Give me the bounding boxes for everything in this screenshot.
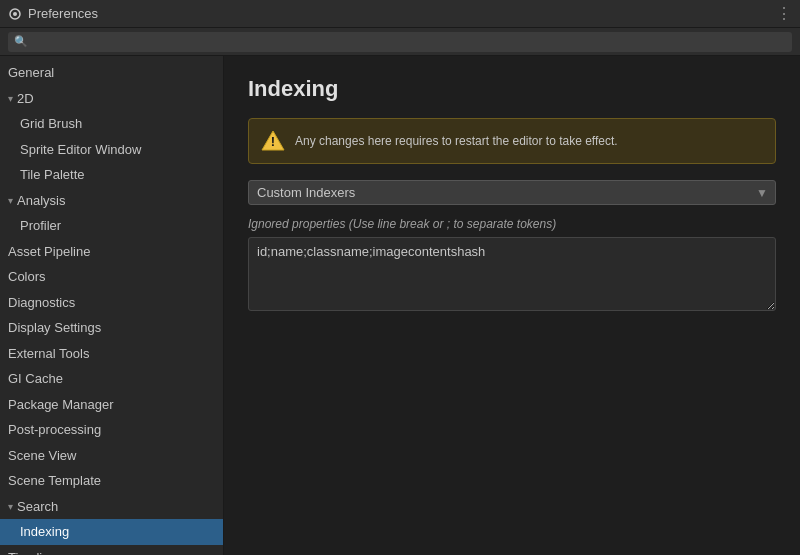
sidebar-item-scene-view[interactable]: Scene View [0, 443, 223, 469]
sidebar-label-package-manager: Package Manager [8, 395, 114, 415]
sidebar-label-external-tools: External Tools [8, 344, 89, 364]
sidebar-label-tile-palette: Tile Palette [20, 165, 85, 185]
menu-button[interactable]: ⋮ [776, 4, 792, 23]
warning-text: Any changes here requires to restart the… [295, 134, 618, 148]
page-title: Indexing [248, 76, 776, 102]
sidebar-item-profiler[interactable]: Profiler [0, 213, 223, 239]
sidebar-item-general[interactable]: General [0, 60, 223, 86]
sidebar-label-sprite-editor: Sprite Editor Window [20, 140, 141, 160]
sidebar-label-gi-cache: GI Cache [8, 369, 63, 389]
sidebar-label-profiler: Profiler [20, 216, 61, 236]
sidebar: General▾2DGrid BrushSprite Editor Window… [0, 56, 224, 555]
sidebar-label-colors: Colors [8, 267, 46, 287]
search-icon: 🔍 [14, 35, 28, 48]
sidebar-item-grid-brush[interactable]: Grid Brush [0, 111, 223, 137]
ignored-properties-label: Ignored properties (Use line break or ; … [248, 217, 776, 231]
main-layout: General▾2DGrid BrushSprite Editor Window… [0, 56, 800, 555]
svg-text:!: ! [271, 134, 275, 149]
sidebar-label-timeline: Timeline [8, 548, 57, 556]
sidebar-label-general: General [8, 63, 54, 83]
indexers-dropdown[interactable]: Custom Indexers [248, 180, 776, 205]
sidebar-item-gi-cache[interactable]: GI Cache [0, 366, 223, 392]
search-wrapper: 🔍 [8, 32, 792, 52]
sidebar-item-timeline[interactable]: Timeline [0, 545, 223, 556]
sidebar-item-tile-palette[interactable]: Tile Palette [0, 162, 223, 188]
content-area: Indexing ! Any changes here requires to … [224, 56, 800, 555]
sidebar-label-post-processing: Post-processing [8, 420, 101, 440]
sidebar-item-diagnostics[interactable]: Diagnostics [0, 290, 223, 316]
ignored-properties-input[interactable] [248, 237, 776, 311]
sidebar-label-2d: 2D [17, 89, 34, 109]
title-bar: Preferences ⋮ [0, 0, 800, 28]
sidebar-item-external-tools[interactable]: External Tools [0, 341, 223, 367]
search-input[interactable] [32, 35, 786, 49]
sidebar-item-colors[interactable]: Colors [0, 264, 223, 290]
sidebar-item-analysis[interactable]: ▾Analysis [0, 188, 223, 214]
sidebar-item-indexing[interactable]: Indexing [0, 519, 223, 545]
sidebar-label-display-settings: Display Settings [8, 318, 101, 338]
sidebar-item-sprite-editor[interactable]: Sprite Editor Window [0, 137, 223, 163]
sidebar-label-analysis: Analysis [17, 191, 65, 211]
sidebar-label-scene-template: Scene Template [8, 471, 101, 491]
warning-box: ! Any changes here requires to restart t… [248, 118, 776, 164]
sidebar-label-diagnostics: Diagnostics [8, 293, 75, 313]
arrow-icon-search: ▾ [8, 499, 13, 514]
sidebar-label-scene-view: Scene View [8, 446, 76, 466]
warning-icon: ! [261, 129, 285, 153]
sidebar-item-package-manager[interactable]: Package Manager [0, 392, 223, 418]
sidebar-label-grid-brush: Grid Brush [20, 114, 82, 134]
sidebar-label-asset-pipeline: Asset Pipeline [8, 242, 90, 262]
indexers-dropdown-wrapper: Custom Indexers ▼ [248, 180, 776, 205]
sidebar-item-asset-pipeline[interactable]: Asset Pipeline [0, 239, 223, 265]
svg-point-1 [13, 12, 17, 16]
arrow-icon-2d: ▾ [8, 91, 13, 106]
search-bar: 🔍 [0, 28, 800, 56]
arrow-icon-analysis: ▾ [8, 193, 13, 208]
sidebar-item-display-settings[interactable]: Display Settings [0, 315, 223, 341]
sidebar-item-search[interactable]: ▾Search [0, 494, 223, 520]
sidebar-item-scene-template[interactable]: Scene Template [0, 468, 223, 494]
sidebar-label-indexing: Indexing [20, 522, 69, 542]
sidebar-label-search: Search [17, 497, 58, 517]
sidebar-item-2d[interactable]: ▾2D [0, 86, 223, 112]
preferences-icon [8, 7, 22, 21]
sidebar-item-post-processing[interactable]: Post-processing [0, 417, 223, 443]
title-bar-text: Preferences [28, 6, 776, 21]
